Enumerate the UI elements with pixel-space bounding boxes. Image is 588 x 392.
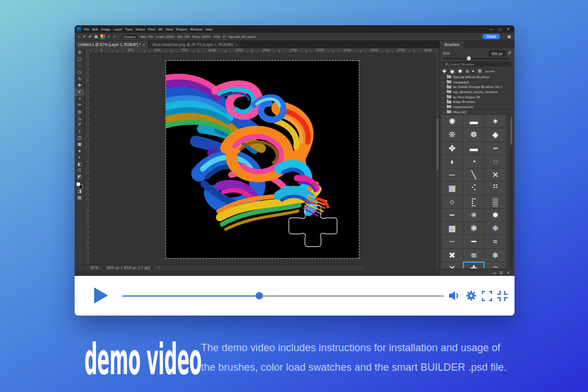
progress-track[interactable] [122, 295, 444, 297]
brush-thumbnail[interactable]: ⣏ [463, 195, 485, 208]
recent-brush-icon[interactable]: ✚ [442, 68, 447, 74]
tool-icon[interactable]: ▭ [75, 70, 84, 76]
brush-thumbnail[interactable]: ○ [442, 195, 463, 208]
brush-thumbnail[interactable]: ✕ [442, 262, 463, 268]
size-slider-knob[interactable] [467, 56, 471, 60]
maximize-button[interactable]: ▢ [498, 27, 501, 32]
brush-thumbnail[interactable]: ◗ [442, 155, 463, 168]
tool-icon[interactable]: ◧ [75, 162, 84, 168]
size-slider[interactable] [443, 58, 509, 59]
close-button[interactable]: ✕ [507, 27, 510, 32]
home-icon[interactable]: ⌂ [78, 34, 80, 39]
tool-icon[interactable]: T [75, 129, 84, 135]
menu-image[interactable]: Image [101, 28, 111, 31]
recent-brush-icon[interactable]: • [472, 68, 474, 74]
document-tab[interactable]: Untitled-1 @ 67% (Layer 1, RGB/8*) *× [75, 41, 149, 48]
size-value[interactable]: 500 px [489, 51, 506, 56]
menu-type[interactable]: Type [125, 28, 133, 31]
play-button[interactable] [94, 287, 108, 303]
brush-thumbnail[interactable]: ⠛ [485, 182, 506, 194]
tool-icon[interactable]: ◩ [75, 174, 84, 180]
tool-icon[interactable]: ◐ [75, 155, 84, 161]
brush-thumbnail[interactable]: ▬ [463, 142, 485, 155]
tool-icon[interactable]: ◨ [75, 189, 84, 195]
brush-thumbnail[interactable]: ✕ [485, 168, 506, 181]
tool-icon[interactable]: ● [75, 148, 84, 155]
brush-thumbnail[interactable]: ▬ [463, 115, 485, 128]
brush-thumbnail[interactable]: ❁ [463, 128, 485, 141]
brush-thumbnail[interactable]: ❋ [463, 222, 485, 235]
tool-icon[interactable]: ✜ [75, 50, 84, 56]
foreground-background-colors[interactable] [76, 182, 83, 189]
collapse-icon[interactable] [497, 291, 508, 301]
document-tab[interactable]: Wow-Swatches.png @ 26.7% (Layer 1, RGB/8… [149, 41, 241, 48]
brush-thumbnail[interactable]: ✳ [463, 209, 485, 221]
tool-icon[interactable]: ✐ [75, 122, 84, 128]
tool-icon[interactable]: ▣ [75, 141, 84, 148]
menu-layer[interactable]: Layer [114, 28, 122, 31]
minimize-button[interactable]: — [489, 27, 493, 32]
zoom-level[interactable]: 67% [91, 266, 98, 270]
menu-filter[interactable]: Filter [148, 28, 155, 31]
brush-thumbnail[interactable]: ┉ [485, 142, 506, 155]
brush-thumbnail[interactable]: ❊ [442, 128, 463, 141]
progress-knob[interactable] [256, 292, 263, 299]
tool-icon[interactable]: ▢ [75, 56, 84, 63]
status-chevron[interactable]: › [158, 266, 160, 270]
menu-file[interactable]: File [84, 28, 90, 31]
tool-icon[interactable]: ⠿ [75, 168, 84, 174]
brush-thumbnail[interactable]: ┅ [442, 209, 463, 221]
recent-brush-icon[interactable]: ✱ [458, 68, 462, 74]
brush-folder-row[interactable]: ›ao Subtle Grunge Brushes Vol 1 [440, 84, 514, 90]
brush-thumbnail[interactable]: ✖ [442, 249, 463, 262]
brush-thumbnail[interactable]: ━ [463, 235, 485, 248]
menu-help[interactable]: Help [205, 28, 212, 31]
search-icon[interactable]: ◌ [502, 34, 505, 39]
add-brush-icon[interactable]: ✛ [88, 34, 92, 39]
tab-close-icon[interactable]: × [143, 43, 145, 47]
brush-thumbnail[interactable]: ┄ [442, 235, 463, 248]
brush-folder-row[interactable]: ›wg_abstract_worthy_brushes [440, 90, 514, 95]
toggle2-icon[interactable]: ✓ [113, 34, 116, 39]
brushes-panel-tab[interactable]: Brushes [440, 41, 464, 48]
delete-brush-icon[interactable]: ✕ [506, 271, 510, 275]
tool-icon[interactable]: ✚ [75, 83, 84, 89]
panel-scrollbar[interactable] [510, 115, 513, 268]
fullscreen-icon[interactable] [482, 291, 492, 301]
menu-3d[interactable]: 3D [158, 28, 163, 31]
brush-thumbnail[interactable]: ✹ [485, 209, 506, 221]
recent-brush-icon[interactable]: ❊ [477, 68, 482, 74]
tool-icon[interactable]: ◑ [75, 96, 84, 102]
new-group-icon[interactable]: ▭ [493, 271, 497, 275]
brush-thumbnail[interactable]: ≋ [463, 249, 485, 262]
recent-brush-icon[interactable]: ◉ [450, 68, 455, 74]
tool-icon[interactable]: ✂ [75, 102, 84, 109]
brush-preset-icon[interactable]: ✐ [83, 34, 86, 39]
brush-thumbnail[interactable]: ❈ [485, 222, 506, 235]
brush-folder-row[interactable]: ›ao Torn Edges 36 [440, 95, 514, 100]
brush-thumbnail[interactable]: ≈ [485, 235, 506, 248]
color-swatch-icon[interactable] [100, 34, 105, 39]
folder-icon[interactable]: ▣ [94, 34, 98, 39]
brush-thumbnail[interactable]: ✶ [485, 115, 506, 128]
tool-icon[interactable]: ✓ [75, 89, 84, 95]
tool-icon[interactable]: ◌ [75, 63, 84, 70]
brush-thumbnail[interactable]: ╲ [463, 168, 485, 181]
workspace-icon[interactable]: ▣ [507, 34, 511, 39]
tool-icon[interactable]: ▦ [75, 195, 84, 201]
menu-view[interactable]: View [165, 28, 173, 31]
volume-icon[interactable] [449, 291, 461, 301]
menu-edit[interactable]: Edit [92, 28, 98, 31]
recent-brush-icon[interactable]: ≡ [466, 68, 469, 74]
menu-select[interactable]: Select [136, 28, 145, 31]
brush-thumbnail[interactable]: ✺ [442, 115, 463, 128]
brush-search-field[interactable]: Search Brushes [443, 62, 512, 67]
brush-thumbnail[interactable]: ✚ [463, 262, 485, 268]
brush-thumbnail[interactable]: ❄ [485, 249, 506, 262]
brush-thumbnail[interactable]: ◌ [485, 155, 506, 168]
brush-thumbnail[interactable]: ▩ [442, 222, 463, 235]
tool-icon[interactable]: ✎ [75, 76, 84, 83]
brush-thumbnail[interactable]: ▦ [442, 182, 463, 194]
brush-thumbnail[interactable]: ◆ [485, 128, 506, 141]
share-button[interactable]: Share [482, 34, 500, 39]
